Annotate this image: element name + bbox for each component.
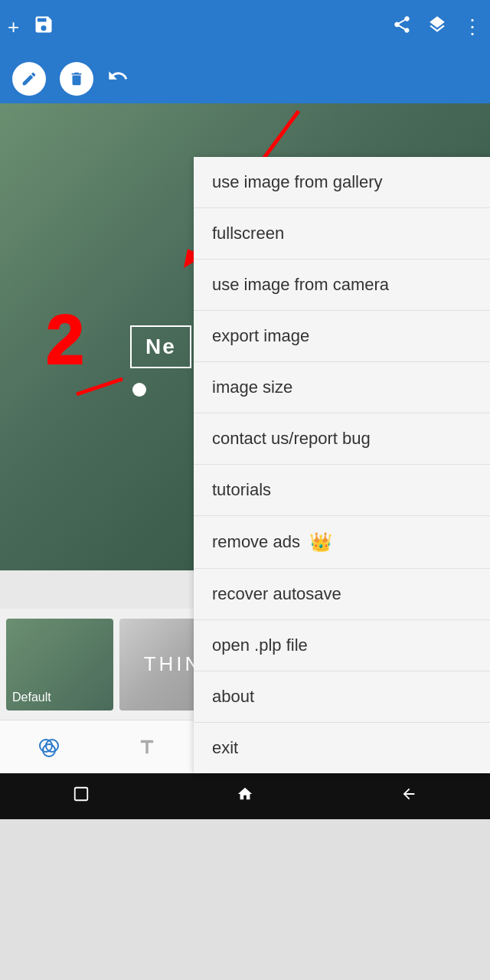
dropdown-item-label-openplp: open .plp file: [212, 635, 308, 655]
dropdown-item-imagesize[interactable]: image size: [194, 362, 490, 413]
dropdown-item-removeads[interactable]: remove ads👑: [194, 516, 490, 569]
dropdown-item-label-removeads: remove ads: [212, 532, 300, 552]
system-nav-bar: [0, 773, 490, 819]
dropdown-item-label-about: about: [212, 687, 254, 707]
dropdown-menu: use image from galleryfullscreenuse imag…: [194, 157, 490, 773]
share-button[interactable]: [392, 15, 412, 40]
dropdown-item-exit[interactable]: exit: [194, 723, 490, 773]
trash-button[interactable]: [60, 62, 93, 96]
dropdown-item-label-export: export image: [212, 326, 309, 346]
canvas-handle[interactable]: [132, 383, 146, 397]
dropdown-item-gallery[interactable]: use image from gallery: [194, 157, 490, 208]
undo-button[interactable]: [107, 65, 129, 92]
dropdown-item-label-tutorials: tutorials: [212, 480, 271, 500]
nav-back-button[interactable]: [400, 786, 417, 807]
svg-text:2: 2: [46, 302, 84, 378]
layers-button[interactable]: [427, 15, 447, 40]
dropdown-item-label-gallery: use image from gallery: [212, 172, 383, 192]
save-button[interactable]: [33, 14, 54, 41]
dropdown-item-tutorials[interactable]: tutorials: [194, 465, 490, 516]
add-button[interactable]: +: [8, 15, 19, 39]
dropdown-item-about[interactable]: about: [194, 671, 490, 723]
dropdown-item-label-autosave: recover autosave: [212, 584, 341, 604]
dropdown-item-label-contact: contact us/report bug: [212, 429, 371, 449]
dropdown-item-label-imagesize: image size: [212, 377, 292, 397]
text-tool-button[interactable]: [128, 728, 166, 766]
thumbnail-default-label: Default: [12, 691, 51, 704]
dropdown-item-fullscreen[interactable]: fullscreen: [194, 208, 490, 260]
toolbar-top: + ⋮: [0, 0, 490, 54]
nav-home-button[interactable]: [236, 786, 254, 807]
thumbnail-default[interactable]: Default: [6, 619, 113, 710]
dropdown-item-label-fullscreen: fullscreen: [212, 224, 284, 243]
dropdown-item-openplp[interactable]: open .plp file: [194, 620, 490, 671]
svg-line-3: [77, 379, 122, 394]
toolbar-secondary: [0, 54, 490, 103]
canvas-area[interactable]: 2 Ne use image from galleryfullscreenuse…: [0, 103, 490, 570]
dropdown-item-label-exit: exit: [212, 738, 238, 758]
dropdown-item-camera[interactable]: use image from camera: [194, 260, 490, 311]
dropdown-item-label-camera: use image from camera: [212, 275, 389, 295]
pencil-button[interactable]: [12, 62, 46, 96]
dropdown-item-autosave[interactable]: recover autosave: [194, 569, 490, 620]
dropdown-item-contact[interactable]: contact us/report bug: [194, 413, 490, 465]
toolbar-right-group: ⋮: [392, 15, 482, 40]
crown-icon: 👑: [309, 531, 332, 553]
svg-rect-17: [75, 788, 88, 801]
layers-tool-button[interactable]: [30, 728, 68, 766]
nav-recents-button[interactable]: [73, 786, 90, 807]
toolbar-left-group: +: [8, 14, 392, 41]
more-button[interactable]: ⋮: [462, 15, 482, 39]
canvas-textbox[interactable]: Ne: [130, 325, 191, 368]
dropdown-item-export[interactable]: export image: [194, 311, 490, 362]
